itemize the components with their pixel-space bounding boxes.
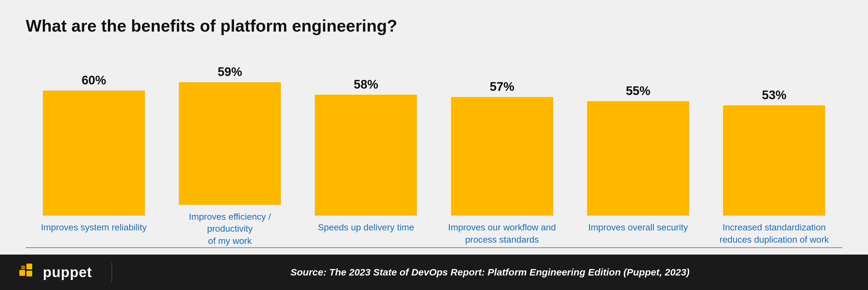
bar-percent: 59%	[217, 65, 242, 79]
bar-label: Improves overall security	[585, 221, 691, 247]
bar-percent: 58%	[354, 78, 378, 92]
bar-label: Speeds up delivery time	[314, 221, 417, 247]
bar	[587, 101, 689, 216]
bar-group: 57%Improves our workflow andprocess stan…	[434, 55, 570, 247]
bar-wrapper: 60%	[26, 55, 162, 216]
bar-percent: 60%	[82, 73, 106, 87]
chart-container: What are the benefits of platform engine…	[0, 0, 868, 255]
bar-group: 55%Improves overall security	[570, 55, 706, 247]
bar-percent: 57%	[490, 80, 514, 94]
bar	[315, 95, 417, 216]
svg-rect-3	[21, 265, 25, 269]
bar	[43, 91, 145, 216]
bar-label: Improves system reliability	[38, 221, 150, 247]
bar-wrapper: 59%	[162, 55, 298, 205]
puppet-logo-text: puppet	[43, 264, 92, 280]
bar	[451, 97, 553, 216]
bar-label: Improves efficiency / productivityof my …	[162, 211, 298, 247]
baseline	[26, 247, 842, 248]
bar-group: 58%Speeds up delivery time	[298, 55, 434, 247]
bar-percent: 55%	[626, 84, 650, 98]
bars-area: 60%Improves system reliability59%Improve…	[26, 55, 842, 247]
svg-rect-2	[26, 271, 32, 277]
puppet-icon	[19, 264, 37, 281]
bar-percent: 53%	[762, 88, 786, 102]
bar-wrapper: 55%	[570, 55, 706, 216]
footer-divider	[112, 263, 112, 282]
bar-group: 59%Improves efficiency / productivityof …	[162, 55, 298, 247]
bar-group: 60%Improves system reliability	[26, 55, 162, 247]
bar-wrapper: 53%	[706, 55, 842, 216]
footer-source: Source: The 2023 State of DevOps Report:…	[131, 267, 849, 278]
bar-wrapper: 57%	[434, 55, 570, 216]
svg-rect-1	[26, 264, 32, 269]
bar-label: Improves our workflow andprocess standar…	[445, 221, 559, 247]
bar-label: Increased standardizationreduces duplica…	[716, 221, 832, 247]
bar-wrapper: 58%	[298, 55, 434, 216]
bar-group: 53%Increased standardizationreduces dupl…	[706, 55, 842, 247]
bar	[723, 105, 825, 216]
chart-title: What are the benefits of platform engine…	[26, 16, 842, 35]
bar	[179, 82, 281, 205]
footer: puppet Source: The 2023 State of DevOps …	[0, 255, 868, 290]
puppet-logo: puppet	[19, 264, 92, 281]
svg-rect-0	[19, 270, 25, 276]
